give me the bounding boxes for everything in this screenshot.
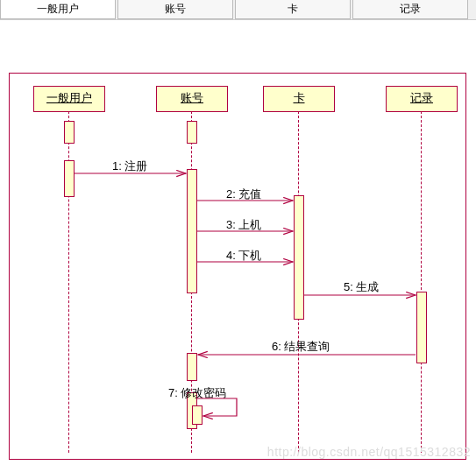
diagram-frame	[9, 73, 466, 460]
lifeline-dash-record	[421, 111, 422, 453]
label-m2: 2: 充值	[226, 187, 261, 202]
activation-user-1	[64, 160, 75, 197]
activation-account-1	[187, 169, 197, 293]
label-m6: 6: 结果查询	[272, 339, 330, 355]
activation-card-1	[294, 195, 304, 320]
tab-card[interactable]: 卡	[235, 0, 351, 19]
watermark: http://blog.csdn.net/qq1515312832	[267, 445, 471, 459]
activation-record-1	[416, 292, 427, 363]
tab-bar: 一般用户 账号 卡 记录	[0, 0, 476, 20]
activation-account-head	[187, 121, 197, 144]
tab-account[interactable]: 账号	[117, 0, 233, 19]
label-m5: 5: 生成	[344, 279, 379, 295]
label-m4: 4: 下机	[226, 248, 261, 264]
lifeline-card: 卡	[263, 86, 335, 112]
tab-user[interactable]: 一般用户	[0, 0, 116, 19]
activation-user-head	[64, 121, 75, 144]
activation-account-3b	[192, 405, 202, 425]
lifeline-record: 记录	[386, 86, 458, 112]
diagram-canvas: 一般用户 账号 卡 记录 1: 注册 2: 充值 3: 上机 4: 下机 5: …	[0, 20, 476, 462]
label-m1: 1: 注册	[112, 159, 147, 174]
label-m7: 7: 修改密码	[168, 385, 226, 401]
lifeline-user: 一般用户	[33, 86, 105, 112]
tab-record[interactable]: 记录	[352, 0, 468, 19]
activation-account-2	[187, 353, 197, 381]
lifeline-account: 账号	[156, 86, 228, 112]
label-m3: 3: 上机	[226, 217, 261, 233]
